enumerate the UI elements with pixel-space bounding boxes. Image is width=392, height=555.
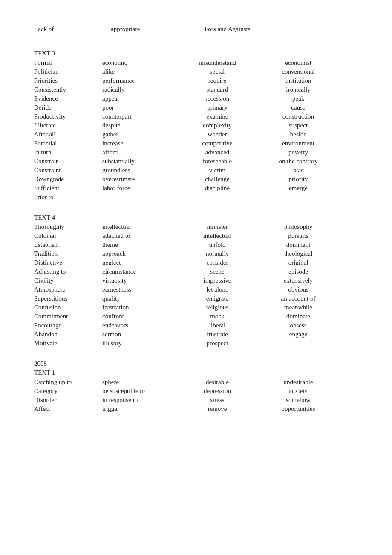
cell-text4-r0-c0: Thoroughly [34,223,102,231]
cell-text3-r0-c3: economist [256,59,341,67]
cell-text4-r4-c1: neglect [102,259,179,267]
cell-text4-r1-c0: Colonial [34,232,102,240]
cell-text3-r4-c3: peak [256,95,341,103]
cell-text4-r12-c0: Abandon [34,330,102,338]
cell-text3-r12-c1: groundless [102,166,179,174]
cell-text3-r10-c1: afford [102,148,179,156]
cell-year2008-r2-c1: in response to [102,396,179,404]
cell-year2008-r0-c3: undesirable [256,378,341,386]
cell-text4-r8-c3: an account of [256,295,341,303]
cell-text4-r8-c1: quality [102,295,179,303]
cell-text4-r5-c0: Adjusting to [34,268,102,276]
cell-text3-r4-c0: Evidence [34,95,102,103]
cell-text3-r5-c1: poor [102,104,179,112]
cell-text4-r9-c3: meanwhile [256,304,341,312]
cell-text3-r14-c1: labor force [102,184,179,192]
cell-text4-r3-c3: theological [256,250,341,258]
cell-text4-r7-c3: obvious [256,286,341,294]
cell-year2008-r1-c3: anxiety [256,387,341,395]
cell-text4-r5-c2: scene [179,268,256,276]
cell-text4-r3-c2: normally [179,250,256,258]
cell-year2008-r1-c1: be susceptible to [102,387,179,395]
cell-text4-r3-c1: approach [102,250,179,258]
cell-text3-r0-c2: misunderstand [179,59,256,67]
cell-text4-r10-c2: mock [179,312,256,321]
cell-text4-r6-c3: extensively [256,277,341,285]
cell-text3-r9-c0: Potential [34,139,102,147]
cell-text3-r11-c1: substantially [102,157,179,165]
cell-year2008-r3-c0: Affect [34,405,102,413]
cell-text3-r12-c3: bias [256,166,341,174]
cell-text3-r2-c2: require [179,77,256,85]
cell-text4-r10-c1: confront [102,312,179,321]
cell-text3-r9-c3: environment [256,139,341,147]
cell-text3-r5-c0: Deride [34,104,102,112]
cell-text4-r10-c3: dominate [256,312,341,321]
cell-text4-r13-c3 [256,339,341,347]
cell-text3-r10-c3: poverty [256,148,341,156]
top-col3: Fors and Againsts [205,26,290,33]
cell-text3-r6-c2: examine [179,113,256,121]
word-grid-year2008: Catching up tospheredesirableundesirable… [34,378,358,413]
cell-text4-r0-c2: minister [179,223,256,231]
cell-text4-r4-c3: original [256,259,341,267]
cell-text3-r14-c0: Sufficient [34,184,102,192]
cell-text3-r3-c3: ironically [256,86,341,94]
cell-text3-r7-c1: despite [102,121,179,130]
cell-year2008-r0-c2: desirable [179,378,256,386]
cell-text4-r11-c2: liberal [179,321,256,330]
cell-text3-r1-c2: social [179,68,256,76]
cell-text4-r11-c1: endeavors [102,321,179,330]
cell-text3-r6-c0: Productivity [34,113,102,121]
cell-text4-r9-c0: Confusion [34,304,102,312]
cell-text3-r14-c3: emerge [256,184,341,192]
cell-text4-r10-c0: Commitment [34,312,102,321]
cell-year2008-r3-c1: trigger [102,405,179,413]
cell-text4-r11-c3: obsess [256,321,341,330]
cell-text3-r10-c0: In turn [34,148,102,156]
cell-text4-r1-c2: intellectual [179,232,256,240]
cell-text4-r12-c3: engage [256,330,341,338]
section-header-text3: TEXT 3 [34,50,358,57]
cell-text4-r2-c3: dominant [256,241,341,249]
cell-text4-r3-c0: Tradition [34,250,102,258]
cell-text3-r8-c3: beside [256,130,341,139]
cell-text3-r13-c0: Downgrade [34,175,102,183]
cell-year2008-r3-c3: opportunities [256,405,341,413]
cell-text4-r4-c2: consider [179,259,256,267]
section-subheader-year2008: TEXT 1 [34,369,358,376]
cell-text3-r7-c0: Illiterate [34,121,102,130]
section-year2008: 2008TEXT 1Catching up tospheredesirableu… [34,360,358,413]
section-text3: TEXT 3Formaleconomicmisunderstandeconomi… [34,50,358,201]
cell-text4-r1-c1: attached to [102,232,179,240]
cell-text3-r9-c2: competitive [179,139,256,147]
cell-text3-r8-c0: After all [34,130,102,139]
cell-text4-r4-c0: Distinctive [34,259,102,267]
cell-text3-r7-c3: suspect [256,121,341,130]
cell-text4-r12-c2: frustrate [179,330,256,338]
cell-text4-r9-c1: frustration [102,304,179,312]
cell-text3-r2-c1: performance [102,77,179,85]
top-col2: appropriate [111,26,179,33]
cell-text3-r7-c2: complexity [179,121,256,130]
sections-container: TEXT 3Formaleconomicmisunderstandeconomi… [34,50,358,413]
cell-text4-r8-c2: emigrate [179,295,256,303]
cell-text3-r5-c2: primary [179,104,256,112]
cell-text4-r6-c0: Civility [34,277,102,285]
cell-text4-r6-c2: impressive [179,277,256,285]
cell-year2008-r0-c1: sphere [102,378,179,386]
cell-text3-r8-c2: wonder [179,130,256,139]
cell-text4-r13-c0: Motivate [34,339,102,347]
cell-text3-r13-c2: challenge [179,175,256,183]
cell-text4-r2-c1: theme [102,241,179,249]
cell-text3-r6-c3: construction [256,113,341,121]
cell-text4-r0-c3: philosophy [256,223,341,231]
cell-text4-r7-c1: earnestness [102,286,179,294]
cell-text4-r8-c0: Superstitious [34,295,102,303]
cell-text3-r1-c0: Politician [34,68,102,76]
cell-text4-r2-c0: Establish [34,241,102,249]
cell-text4-r13-c1: illusory [102,339,179,347]
word-grid-text3: FormaleconomicmisunderstandeconomistPoli… [34,59,358,201]
cell-text4-r11-c0: Encourage [34,321,102,330]
cell-text4-r7-c2: let alone [179,286,256,294]
